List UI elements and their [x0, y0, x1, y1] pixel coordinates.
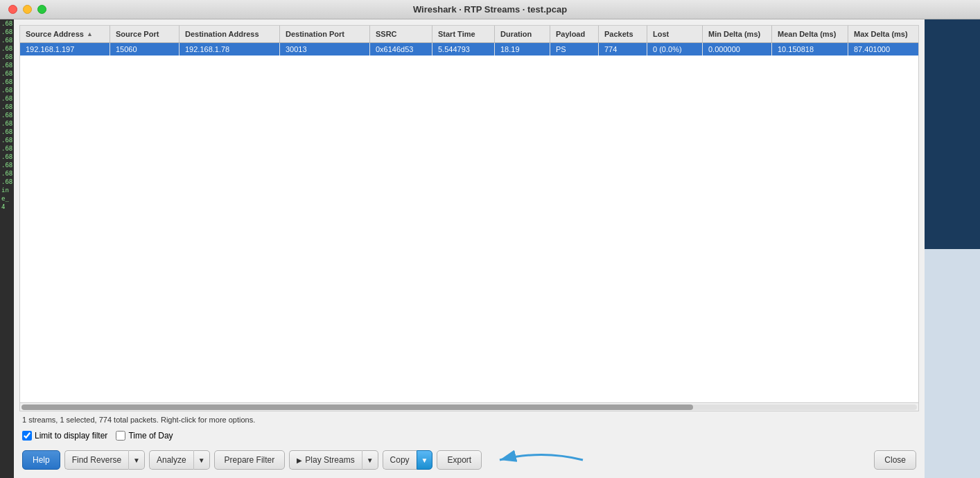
- cell-packets: 774: [599, 43, 647, 56]
- window-controls: [8, 5, 46, 14]
- copy-dropdown-button[interactable]: ▼: [417, 450, 433, 470]
- horizontal-scrollbar[interactable]: [20, 402, 918, 411]
- minimize-window-button[interactable]: [23, 5, 32, 14]
- col-header-source-address[interactable]: Source Address ▲: [20, 26, 110, 42]
- time-of-day-option[interactable]: Time of Day: [116, 431, 173, 441]
- close-window-button[interactable]: [8, 5, 17, 14]
- find-reverse-dropdown-button[interactable]: ▼: [128, 450, 145, 470]
- arrow-graphic: [493, 450, 590, 470]
- analyze-button[interactable]: Analyze: [149, 450, 193, 470]
- button-bar: Help Find Reverse ▼ Analyze ▼ Prepa: [14, 446, 925, 478]
- table-body: 192.168.1.197 15060 192.168.1.78 30013 0…: [20, 43, 918, 402]
- cell-mean-delta: 10.150818: [772, 43, 848, 56]
- col-header-mean-delta[interactable]: Mean Delta (ms): [772, 26, 848, 42]
- find-reverse-button[interactable]: Find Reverse: [64, 450, 128, 470]
- play-streams-dropdown-button[interactable]: ▼: [362, 450, 378, 470]
- table-header: Source Address ▲ Source Port Destination…: [20, 26, 918, 43]
- col-header-packets[interactable]: Packets: [599, 26, 647, 42]
- export-button[interactable]: Export: [437, 450, 482, 470]
- col-header-duration[interactable]: Duration: [495, 26, 550, 42]
- dialog-container: Source Address ▲ Source Port Destination…: [14, 19, 925, 478]
- cell-start-time: 5.544793: [432, 43, 495, 56]
- chevron-down-icon: ▼: [421, 456, 428, 464]
- chevron-down-icon: ▼: [367, 456, 374, 464]
- limit-to-display-filter-option[interactable]: Limit to display filter: [22, 431, 107, 441]
- left-sidebar: .68 .68 .68 .68 .68 .68 .68 .68 .68 .68 …: [0, 19, 14, 478]
- col-header-dest-address[interactable]: Destination Address: [180, 26, 280, 42]
- status-bar: 1 streams, 1 selected, 774 total packets…: [14, 411, 925, 428]
- chevron-down-icon: ▼: [133, 456, 140, 464]
- right-sidebar-top: [925, 19, 980, 249]
- window-title: Wireshark · RTP Streams · test.pcap: [413, 4, 567, 15]
- close-button[interactable]: Close: [874, 450, 916, 470]
- scrollbar-thumb[interactable]: [21, 404, 693, 410]
- col-header-lost[interactable]: Lost: [647, 26, 703, 42]
- title-bar: Wireshark · RTP Streams · test.pcap: [0, 0, 980, 19]
- options-bar: Limit to display filter Time of Day: [14, 428, 925, 446]
- col-header-ssrc[interactable]: SSRC: [370, 26, 432, 42]
- copy-button[interactable]: Copy: [383, 450, 417, 470]
- cell-ssrc: 0x6146d53: [370, 43, 432, 56]
- sort-icon: ▲: [87, 31, 93, 37]
- maximize-window-button[interactable]: [37, 5, 46, 14]
- play-streams-button[interactable]: ▶ Play Streams: [289, 450, 361, 470]
- col-header-source-port[interactable]: Source Port: [110, 26, 180, 42]
- rtp-streams-table: Source Address ▲ Source Port Destination…: [19, 25, 919, 411]
- cell-source-address: 192.168.1.197: [20, 43, 110, 56]
- right-sidebar: [925, 19, 980, 478]
- cell-dest-address: 192.168.1.78: [180, 43, 280, 56]
- cell-source-port: 15060: [110, 43, 180, 56]
- cell-lost: 0 (0.0%): [647, 43, 703, 56]
- col-header-dest-port[interactable]: Destination Port: [280, 26, 370, 42]
- analyze-split-button: Analyze ▼: [149, 450, 210, 470]
- limit-to-display-filter-checkbox[interactable]: [22, 431, 32, 441]
- find-reverse-split-button: Find Reverse ▼: [64, 450, 145, 470]
- col-header-min-delta[interactable]: Min Delta (ms): [703, 26, 772, 42]
- col-header-start-time[interactable]: Start Time: [432, 26, 495, 42]
- chevron-down-icon: ▼: [198, 456, 205, 464]
- cell-max-delta: 87.401000: [848, 43, 918, 56]
- cell-duration: 18.19: [495, 43, 550, 56]
- right-sidebar-bottom: [925, 249, 980, 479]
- col-header-payload[interactable]: Payload: [550, 26, 599, 42]
- cell-payload: PS: [550, 43, 599, 56]
- prepare-filter-button[interactable]: Prepare Filter: [214, 450, 286, 470]
- play-streams-split-button: ▶ Play Streams ▼: [289, 450, 378, 470]
- arrow-hint: [493, 450, 590, 470]
- play-icon: ▶: [297, 456, 302, 464]
- time-of-day-checkbox[interactable]: [116, 431, 125, 441]
- copy-split-button: Copy ▼: [383, 450, 433, 470]
- help-button[interactable]: Help: [22, 450, 60, 470]
- analyze-dropdown-button[interactable]: ▼: [193, 450, 210, 470]
- cell-min-delta: 0.000000: [703, 43, 772, 56]
- scrollbar-track: [21, 404, 917, 410]
- col-header-max-delta[interactable]: Max Delta (ms): [848, 26, 918, 42]
- table-row[interactable]: 192.168.1.197 15060 192.168.1.78 30013 0…: [20, 43, 918, 56]
- cell-dest-port: 30013: [280, 43, 370, 56]
